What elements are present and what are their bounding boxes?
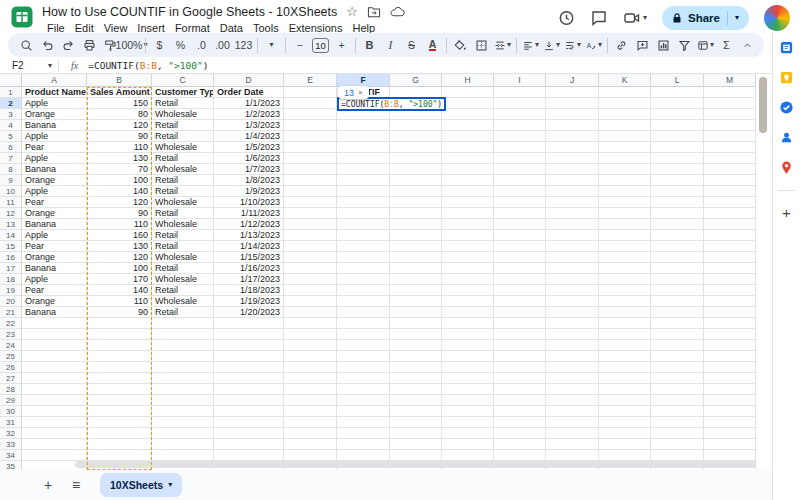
cell-J32[interactable] [546, 428, 599, 439]
cell-K30[interactable] [599, 406, 651, 417]
cell-E3[interactable] [284, 109, 337, 120]
cell-G22[interactable] [390, 318, 442, 329]
cell-F18[interactable] [337, 274, 390, 285]
cell-B10[interactable]: 140 [87, 186, 152, 197]
percent-format-button[interactable]: % [170, 35, 191, 55]
cell-C25[interactable] [152, 351, 214, 362]
cell-B12[interactable]: 90 [87, 208, 152, 219]
cell-E24[interactable] [284, 340, 337, 351]
cell-M5[interactable] [704, 131, 756, 142]
cell-D21[interactable]: 1/20/2023 [214, 307, 284, 318]
row-header-3[interactable]: 3 [0, 109, 22, 120]
cell-B20[interactable]: 110 [87, 296, 152, 307]
cell-H11[interactable] [442, 197, 494, 208]
cell-I14[interactable] [494, 230, 546, 241]
cell-B11[interactable]: 120 [87, 197, 152, 208]
row-header-2[interactable]: 2 [0, 98, 22, 109]
cell-A24[interactable] [22, 340, 87, 351]
cell-J24[interactable] [546, 340, 599, 351]
cell-A13[interactable]: Banana [22, 219, 87, 230]
cell-B2[interactable]: 150 [87, 98, 152, 109]
cell-M30[interactable] [704, 406, 756, 417]
cell-H18[interactable] [442, 274, 494, 285]
cell-A1[interactable]: Product Name [22, 87, 87, 98]
cell-L16[interactable] [651, 252, 704, 263]
cell-C14[interactable]: Retail [152, 230, 214, 241]
cell-J16[interactable] [546, 252, 599, 263]
cell-I3[interactable] [494, 109, 546, 120]
cell-J12[interactable] [546, 208, 599, 219]
cell-C27[interactable] [152, 373, 214, 384]
cell-C29[interactable] [152, 395, 214, 406]
column-header-D[interactable]: D [214, 74, 284, 87]
cell-G34[interactable] [390, 450, 442, 461]
cell-J1[interactable] [546, 87, 599, 98]
row-header-32[interactable]: 32 [0, 428, 22, 439]
cell-H33[interactable] [442, 439, 494, 450]
cell-A29[interactable] [22, 395, 87, 406]
font-select-icon[interactable]: ▾ [261, 35, 282, 55]
cell-M14[interactable] [704, 230, 756, 241]
more-formats-button[interactable]: 123 [233, 35, 254, 55]
cell-F27[interactable] [337, 373, 390, 384]
row-header-25[interactable]: 25 [0, 351, 22, 362]
cell-F30[interactable] [337, 406, 390, 417]
cell-J2[interactable] [546, 98, 599, 109]
cell-B5[interactable]: 90 [87, 131, 152, 142]
cell-A26[interactable] [22, 362, 87, 373]
cell-K16[interactable] [599, 252, 651, 263]
row-header-10[interactable]: 10 [0, 186, 22, 197]
cell-I16[interactable] [494, 252, 546, 263]
cell-C3[interactable]: Wholesale [152, 109, 214, 120]
cell-G4[interactable] [390, 120, 442, 131]
cell-J9[interactable] [546, 175, 599, 186]
row-header-11[interactable]: 11 [0, 197, 22, 208]
cell-J15[interactable] [546, 241, 599, 252]
cell-K20[interactable] [599, 296, 651, 307]
cell-G19[interactable] [390, 285, 442, 296]
cell-I1[interactable] [494, 87, 546, 98]
cell-B4[interactable]: 120 [87, 120, 152, 131]
cell-J17[interactable] [546, 263, 599, 274]
cell-D10[interactable]: 1/9/2023 [214, 186, 284, 197]
cell-D18[interactable]: 1/17/2023 [214, 274, 284, 285]
cell-L33[interactable] [651, 439, 704, 450]
star-icon[interactable]: ☆ [346, 5, 358, 18]
cell-L32[interactable] [651, 428, 704, 439]
cell-D34[interactable] [214, 450, 284, 461]
cell-L30[interactable] [651, 406, 704, 417]
cell-K22[interactable] [599, 318, 651, 329]
cell-B18[interactable]: 170 [87, 274, 152, 285]
cell-G30[interactable] [390, 406, 442, 417]
row-header-12[interactable]: 12 [0, 208, 22, 219]
cell-F28[interactable] [337, 384, 390, 395]
cell-C16[interactable]: Wholesale [152, 252, 214, 263]
cell-H24[interactable] [442, 340, 494, 351]
cell-C18[interactable]: Wholesale [152, 274, 214, 285]
keep-icon[interactable] [779, 70, 795, 86]
increase-decimals-button[interactable]: .00 [212, 35, 233, 55]
cell-G13[interactable] [390, 219, 442, 230]
cell-K26[interactable] [599, 362, 651, 373]
cell-L28[interactable] [651, 384, 704, 395]
cell-J29[interactable] [546, 395, 599, 406]
cell-D19[interactable]: 1/18/2023 [214, 285, 284, 296]
row-header-21[interactable]: 21 [0, 307, 22, 318]
cell-G23[interactable] [390, 329, 442, 340]
cell-M22[interactable] [704, 318, 756, 329]
cell-M23[interactable] [704, 329, 756, 340]
cell-I26[interactable] [494, 362, 546, 373]
text-color-button[interactable]: A [422, 35, 443, 55]
cell-C17[interactable]: Retail [152, 263, 214, 274]
cell-I24[interactable] [494, 340, 546, 351]
cell-C22[interactable] [152, 318, 214, 329]
cell-L4[interactable] [651, 120, 704, 131]
cell-M11[interactable] [704, 197, 756, 208]
cell-D29[interactable] [214, 395, 284, 406]
cell-I15[interactable] [494, 241, 546, 252]
cell-J8[interactable] [546, 164, 599, 175]
cell-L15[interactable] [651, 241, 704, 252]
row-header-8[interactable]: 8 [0, 164, 22, 175]
cell-E30[interactable] [284, 406, 337, 417]
cell-I33[interactable] [494, 439, 546, 450]
